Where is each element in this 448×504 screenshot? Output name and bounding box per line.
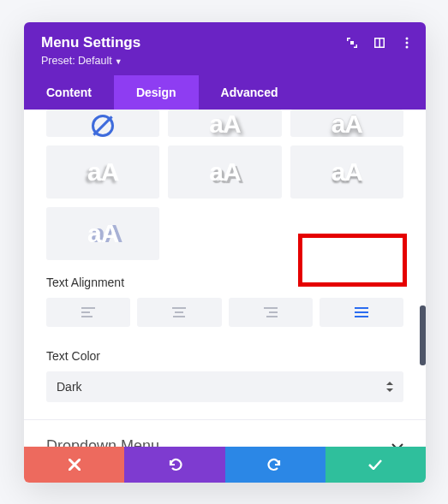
align-right-button[interactable]	[229, 298, 313, 327]
panel-body: aA aA aA aA aA aA Text Alignment Text Co…	[24, 110, 426, 447]
accordion-dropdown-menu[interactable]: Dropdown Menu	[46, 420, 403, 447]
text-alignment-label: Text Alignment	[46, 276, 403, 289]
svg-point-2	[406, 42, 409, 44]
scrollbar-thumb[interactable]	[420, 305, 426, 365]
align-right-icon	[263, 307, 278, 317]
tab-design[interactable]: Design	[114, 75, 199, 110]
expand-icon[interactable]	[345, 36, 359, 50]
tab-advanced[interactable]: Advanced	[199, 75, 301, 110]
preset-selector[interactable]: Preset: Default▼	[41, 55, 409, 67]
shadow-glyph: aA	[209, 111, 240, 137]
shadow-glyph: aA	[87, 159, 118, 185]
accordion-title: Dropdown Menu	[46, 437, 159, 447]
shadow-option-3[interactable]: aA	[46, 145, 159, 199]
cancel-button[interactable]	[24, 447, 124, 483]
save-button[interactable]	[326, 447, 426, 483]
align-left-button[interactable]	[46, 298, 130, 327]
text-alignment-row	[46, 298, 403, 327]
shadow-option-5[interactable]: aA	[290, 145, 403, 199]
shadow-option-6[interactable]: aA	[46, 207, 159, 260]
settings-panel: Menu Settings Preset: Default▼ Content D…	[24, 22, 426, 483]
svg-point-1	[406, 38, 409, 40]
align-left-icon	[81, 307, 96, 317]
align-justify-icon	[354, 307, 369, 317]
shadow-glyph: aA	[332, 159, 362, 185]
close-icon	[69, 459, 81, 471]
more-icon[interactable]	[400, 36, 414, 50]
shadow-option-none[interactable]	[46, 110, 159, 137]
panel-footer	[24, 447, 426, 483]
redo-icon	[267, 457, 283, 472]
caret-down-icon: ▼	[115, 57, 122, 66]
svg-point-3	[406, 46, 409, 49]
tabs: Content Design Advanced	[24, 75, 426, 110]
align-center-button[interactable]	[137, 298, 221, 327]
shadow-glyph: aA	[87, 221, 118, 246]
text-color-label: Text Color	[46, 349, 403, 363]
columns-icon[interactable]	[373, 36, 386, 50]
align-center-icon	[171, 307, 187, 317]
undo-button[interactable]	[124, 447, 224, 483]
text-color-select[interactable]: Dark	[46, 371, 403, 402]
shadow-option-1[interactable]: aA	[168, 110, 281, 137]
shadow-glyph: aA	[332, 111, 362, 137]
check-icon	[368, 460, 382, 470]
panel-header: Menu Settings Preset: Default▼	[24, 22, 426, 75]
shadow-glyph: aA	[209, 159, 240, 185]
preset-label: Preset: Default	[41, 55, 112, 67]
align-justify-button[interactable]	[320, 298, 403, 327]
text-color-select-wrap: Dark	[46, 371, 403, 402]
tab-content[interactable]: Content	[24, 75, 114, 110]
undo-icon	[167, 457, 182, 472]
svg-rect-0	[350, 41, 354, 44]
text-shadow-grid: aA aA aA aA aA aA	[46, 110, 403, 260]
header-actions	[345, 36, 414, 50]
redo-button[interactable]	[225, 447, 326, 483]
shadow-option-4[interactable]: aA	[168, 145, 281, 199]
none-icon	[92, 115, 114, 137]
shadow-option-2[interactable]: aA	[290, 110, 403, 137]
